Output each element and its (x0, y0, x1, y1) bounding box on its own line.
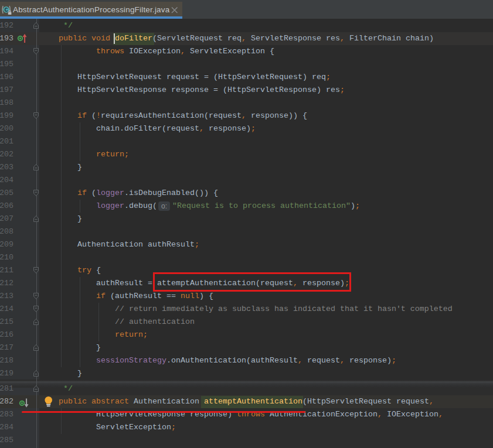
svg-text:C: C (4, 6, 8, 13)
